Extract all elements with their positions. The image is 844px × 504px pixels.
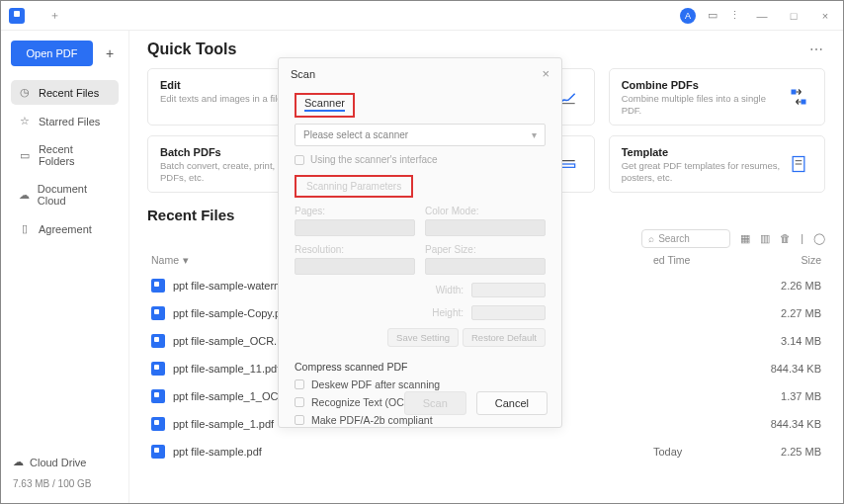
- file-icon: [151, 334, 165, 348]
- cloud-icon: ☁: [18, 189, 31, 202]
- file-time: Today: [653, 446, 752, 458]
- comment-icon[interactable]: ▭: [708, 9, 717, 22]
- checkbox-icon: [295, 415, 304, 425]
- checkbox-icon: [295, 397, 304, 407]
- trash-icon[interactable]: 🗑: [780, 232, 791, 245]
- kebab-menu-icon[interactable]: ⋮: [729, 9, 740, 22]
- file-size: 844.34 KB: [752, 418, 821, 430]
- view-grid-icon[interactable]: ▥: [760, 232, 770, 245]
- scanning-parameters-highlight: Scanning Parameters: [295, 175, 413, 198]
- file-name: ppt file-sample.pdf: [173, 446, 653, 458]
- storage-text: 7.63 MB / 100 GB: [11, 474, 119, 493]
- pages-input[interactable]: [295, 219, 415, 236]
- cloud-drive-link[interactable]: ☁ Cloud Drive: [11, 450, 119, 474]
- star-icon: ☆: [18, 115, 32, 127]
- svg-rect-7: [561, 164, 574, 167]
- col-time-header[interactable]: ed Time: [653, 254, 752, 266]
- save-setting-button[interactable]: Save Setting: [387, 328, 459, 347]
- file-size: 844.34 KB: [752, 363, 821, 375]
- dialog-title: Scan: [291, 68, 315, 80]
- template-icon: [785, 146, 812, 182]
- resolution-input[interactable]: [295, 258, 415, 275]
- titlebar: ＋ A ▭ ⋮ — □ ×: [1, 1, 843, 31]
- color-mode-label: Color Mode:: [425, 206, 546, 216]
- cloud-icon: ☁: [13, 456, 24, 468]
- more-dots-button[interactable]: ⋯: [809, 42, 825, 57]
- sidebar-item-label: Agreement: [39, 223, 92, 235]
- svg-rect-2: [801, 100, 805, 105]
- svg-rect-1: [791, 90, 796, 95]
- file-icon: [151, 417, 165, 431]
- tool-title: Combine PDFs: [622, 79, 785, 91]
- file-icon: [151, 306, 165, 320]
- paper-size-input[interactable]: [425, 258, 546, 275]
- search-input[interactable]: ⌕ Search: [641, 229, 730, 248]
- maximize-button[interactable]: □: [784, 10, 803, 22]
- file-icon: [151, 279, 165, 293]
- scanner-select[interactable]: Please select a scanner ▾: [295, 124, 546, 146]
- checkbox-icon: [295, 155, 304, 165]
- quick-tools-title: Quick Tools: [147, 41, 236, 58]
- sidebar-item-recent-files[interactable]: ◷ Recent Files: [11, 80, 119, 105]
- open-pdf-button[interactable]: Open PDF: [11, 41, 93, 66]
- use-scanner-interface-checkbox[interactable]: Using the scanner's interface: [295, 154, 546, 165]
- new-tab-button[interactable]: ＋: [46, 8, 62, 24]
- tool-card-combine-pdfs[interactable]: Combine PDFs Combine multiple files into…: [609, 68, 825, 126]
- resolution-label: Resolution:: [295, 244, 415, 255]
- search-icon: ⌕: [648, 233, 654, 244]
- pdfa-checkbox[interactable]: Make PDF/A-2b compliant: [295, 414, 546, 426]
- sort-caret-icon: ▾: [183, 254, 189, 266]
- checkbox-icon: [295, 379, 304, 389]
- doc-icon: ▯: [18, 222, 32, 235]
- sidebar-item-label: Document Cloud: [38, 183, 112, 207]
- sidebar-item-label: Recent Folders: [39, 143, 112, 167]
- minimize-button[interactable]: —: [752, 10, 772, 22]
- scan-button[interactable]: Scan: [404, 391, 466, 415]
- height-label: Height:: [424, 307, 464, 318]
- scanner-tab-highlight[interactable]: Scanner: [295, 93, 355, 118]
- compress-title: Compress scanned PDF: [295, 361, 546, 373]
- tool-card-template[interactable]: Template Get great PDF templates for res…: [609, 135, 825, 193]
- tool-desc: Get great PDF templates for resumes, pos…: [622, 160, 785, 185]
- tool-desc: Combine multiple files into a single PDF…: [622, 93, 785, 118]
- file-size: 1.37 MB: [752, 390, 821, 402]
- color-mode-input[interactable]: [425, 219, 546, 236]
- app-logo-icon: [9, 8, 25, 24]
- table-row[interactable]: ppt file-sample.pdf Today 2.25 MB: [147, 438, 825, 465]
- sidebar-item-agreement[interactable]: ▯ Agreement: [11, 216, 119, 241]
- pages-label: Pages:: [295, 206, 415, 216]
- add-button[interactable]: +: [101, 44, 119, 62]
- file-icon: [151, 362, 165, 376]
- clock-icon: ◷: [18, 86, 32, 99]
- chevron-down-icon: ▾: [532, 129, 537, 140]
- sort-icon[interactable]: |: [801, 232, 803, 245]
- refresh-icon[interactable]: ◯: [813, 232, 825, 245]
- col-size-header[interactable]: Size: [752, 254, 821, 266]
- folder-icon: ▭: [18, 149, 32, 162]
- user-avatar[interactable]: A: [680, 8, 696, 24]
- file-size: 2.25 MB: [752, 446, 821, 458]
- width-label: Width:: [424, 285, 464, 295]
- scan-dialog: Scan × Scanner Please select a scanner ▾…: [278, 57, 562, 428]
- file-icon: [151, 389, 165, 403]
- combine-icon: [785, 79, 812, 115]
- sidebar-item-starred-files[interactable]: ☆ Starred Files: [11, 109, 119, 133]
- tool-title: Template: [622, 146, 785, 158]
- restore-default-button[interactable]: Restore Default: [463, 328, 546, 347]
- cancel-button[interactable]: Cancel: [476, 391, 548, 415]
- close-icon[interactable]: ×: [542, 66, 549, 81]
- file-size: 2.26 MB: [752, 280, 821, 292]
- close-button[interactable]: ×: [815, 10, 835, 22]
- sidebar-item-label: Recent Files: [39, 87, 99, 99]
- sidebar-item-recent-folders[interactable]: ▭ Recent Folders: [11, 137, 119, 173]
- sidebar: Open PDF + ◷ Recent Files ☆ Starred File…: [1, 31, 129, 503]
- view-list-icon[interactable]: ▦: [740, 232, 750, 245]
- sidebar-item-label: Starred Files: [39, 116, 100, 127]
- height-input[interactable]: [471, 305, 546, 320]
- file-size: 2.27 MB: [752, 307, 821, 319]
- file-icon: [151, 445, 165, 459]
- width-input[interactable]: [471, 283, 546, 297]
- sidebar-item-document-cloud[interactable]: ☁ Document Cloud: [11, 177, 119, 212]
- paper-size-label: Paper Size:: [425, 244, 546, 255]
- deskew-checkbox[interactable]: Deskew PDF after scanning: [295, 378, 546, 390]
